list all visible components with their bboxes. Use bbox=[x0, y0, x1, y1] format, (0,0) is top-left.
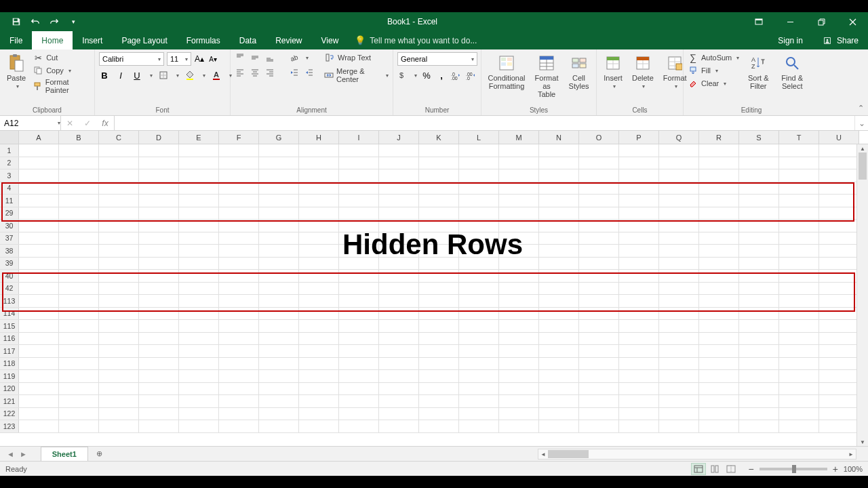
cell[interactable] bbox=[219, 207, 259, 220]
cell[interactable] bbox=[179, 220, 219, 232]
cell[interactable] bbox=[579, 220, 619, 232]
column-header[interactable]: R bbox=[699, 131, 739, 144]
cell[interactable] bbox=[459, 220, 499, 232]
cell[interactable] bbox=[299, 283, 339, 295]
cell[interactable] bbox=[139, 420, 179, 432]
cell[interactable] bbox=[19, 383, 59, 395]
cell[interactable] bbox=[659, 408, 699, 420]
row-header[interactable]: 11 bbox=[0, 195, 19, 207]
cell[interactable] bbox=[339, 333, 379, 345]
cell[interactable] bbox=[339, 245, 379, 257]
cell[interactable] bbox=[139, 370, 179, 382]
cell[interactable] bbox=[779, 258, 819, 270]
cell[interactable] bbox=[379, 295, 419, 307]
cell[interactable] bbox=[699, 169, 739, 182]
grid-row[interactable]: 118 bbox=[0, 358, 868, 371]
cell[interactable] bbox=[339, 320, 379, 332]
cell[interactable] bbox=[779, 245, 819, 257]
column-header[interactable]: B bbox=[59, 131, 99, 144]
cell[interactable] bbox=[19, 195, 59, 207]
cell[interactable] bbox=[59, 383, 99, 395]
cell[interactable] bbox=[379, 195, 419, 207]
cell[interactable] bbox=[419, 345, 459, 357]
paste-button[interactable]: Paste ▾ bbox=[4, 52, 28, 91]
cell[interactable] bbox=[779, 295, 819, 307]
tab-page-layout[interactable]: Page Layout bbox=[112, 31, 176, 49]
cell[interactable] bbox=[739, 232, 779, 245]
cell[interactable] bbox=[579, 232, 619, 245]
cell[interactable] bbox=[459, 258, 499, 270]
cell[interactable] bbox=[579, 270, 619, 282]
cell[interactable] bbox=[299, 232, 339, 245]
cell[interactable] bbox=[379, 333, 419, 345]
cell[interactable] bbox=[219, 157, 259, 169]
cell[interactable] bbox=[219, 144, 259, 157]
cell[interactable] bbox=[499, 232, 539, 245]
cell[interactable] bbox=[179, 258, 219, 270]
cell[interactable] bbox=[779, 157, 819, 169]
cell[interactable] bbox=[259, 358, 299, 370]
cell[interactable] bbox=[739, 283, 779, 295]
cell[interactable] bbox=[339, 258, 379, 270]
scroll-left-icon[interactable]: ◄ bbox=[538, 451, 548, 458]
cell[interactable] bbox=[299, 395, 339, 407]
cell[interactable] bbox=[659, 420, 699, 432]
cell[interactable] bbox=[259, 333, 299, 345]
cell[interactable] bbox=[619, 383, 659, 395]
scroll-down-icon[interactable]: ▼ bbox=[857, 438, 868, 446]
cell[interactable] bbox=[99, 320, 139, 332]
row-header[interactable]: 4 bbox=[0, 182, 19, 195]
cell[interactable] bbox=[219, 195, 259, 207]
cell[interactable] bbox=[379, 420, 419, 432]
cell[interactable] bbox=[19, 169, 59, 182]
cell[interactable] bbox=[619, 408, 659, 420]
cell[interactable] bbox=[379, 408, 419, 420]
cell[interactable] bbox=[819, 245, 859, 257]
cell[interactable] bbox=[579, 308, 619, 320]
cell[interactable] bbox=[99, 232, 139, 245]
cell[interactable] bbox=[179, 283, 219, 295]
column-header[interactable]: C bbox=[99, 131, 139, 144]
cell[interactable] bbox=[219, 345, 259, 357]
cell[interactable] bbox=[99, 345, 139, 357]
cell[interactable] bbox=[779, 182, 819, 195]
cell[interactable] bbox=[739, 370, 779, 382]
cell[interactable] bbox=[379, 370, 419, 382]
cell[interactable] bbox=[739, 295, 779, 307]
cell[interactable] bbox=[739, 383, 779, 395]
cell[interactable] bbox=[179, 295, 219, 307]
cell[interactable] bbox=[739, 345, 779, 357]
cell[interactable] bbox=[819, 144, 859, 157]
row-header[interactable]: 2 bbox=[0, 157, 19, 169]
cell[interactable] bbox=[299, 157, 339, 169]
fx-icon[interactable]: fx bbox=[96, 119, 114, 128]
cell[interactable] bbox=[699, 270, 739, 282]
cell[interactable] bbox=[419, 207, 459, 220]
cell[interactable] bbox=[819, 333, 859, 345]
cell[interactable] bbox=[179, 320, 219, 332]
cell[interactable] bbox=[219, 270, 259, 282]
column-header[interactable]: P bbox=[619, 131, 659, 144]
cell[interactable] bbox=[139, 333, 179, 345]
cell[interactable] bbox=[99, 270, 139, 282]
cell[interactable] bbox=[59, 144, 99, 157]
cell[interactable] bbox=[739, 157, 779, 169]
cell[interactable] bbox=[659, 333, 699, 345]
cell[interactable] bbox=[59, 169, 99, 182]
cell-styles-button[interactable]: Cell Styles bbox=[566, 52, 592, 92]
cell[interactable] bbox=[459, 370, 499, 382]
cell[interactable] bbox=[99, 207, 139, 220]
cell[interactable] bbox=[379, 157, 419, 169]
cell[interactable] bbox=[659, 295, 699, 307]
cell[interactable] bbox=[819, 157, 859, 169]
cell[interactable] bbox=[659, 320, 699, 332]
column-header[interactable]: D bbox=[139, 131, 179, 144]
increase-decimal-icon[interactable]: .0.00 bbox=[451, 70, 462, 81]
cell[interactable] bbox=[539, 320, 579, 332]
cell[interactable] bbox=[19, 420, 59, 432]
cell[interactable] bbox=[99, 195, 139, 207]
cell[interactable] bbox=[99, 220, 139, 232]
zoom-slider-handle[interactable] bbox=[792, 465, 796, 473]
cell[interactable] bbox=[579, 345, 619, 357]
cell[interactable] bbox=[619, 270, 659, 282]
